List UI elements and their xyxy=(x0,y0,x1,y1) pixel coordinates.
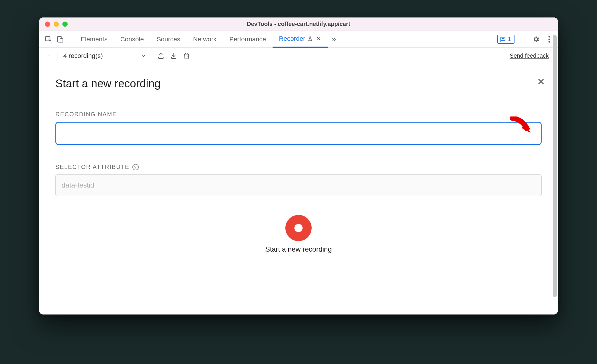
titlebar: DevTools - coffee-cart.netlify.app/cart xyxy=(39,17,558,31)
more-tabs-icon[interactable]: » xyxy=(328,35,340,44)
start-recording-label: Start a new recording xyxy=(265,245,332,253)
tab-label: Performance xyxy=(229,36,266,43)
footer: Start a new recording xyxy=(39,208,558,253)
recording-name-label: RECORDING NAME xyxy=(55,111,542,118)
device-toggle-icon[interactable] xyxy=(54,33,66,45)
svg-point-4 xyxy=(548,36,550,37)
selector-attribute-input[interactable] xyxy=(55,174,542,196)
record-icon xyxy=(294,224,303,232)
chevron-down-icon xyxy=(141,53,146,59)
recordings-dropdown[interactable]: 4 recording(s) xyxy=(60,52,150,60)
messages-badge[interactable]: 1 xyxy=(497,35,515,44)
tab-console[interactable]: Console xyxy=(114,31,150,48)
recorder-toolbar: + 4 recording(s) Send feedback xyxy=(39,48,558,64)
separator xyxy=(524,35,524,44)
tab-label: Console xyxy=(120,36,144,43)
annotation-arrow-icon xyxy=(510,116,533,137)
send-feedback-link[interactable]: Send feedback xyxy=(510,52,549,59)
svg-point-5 xyxy=(548,38,550,40)
close-panel-button[interactable] xyxy=(537,77,545,86)
svg-point-6 xyxy=(548,41,550,43)
tab-network[interactable]: Network xyxy=(187,31,223,48)
message-icon xyxy=(500,36,506,43)
selector-attribute-label: SELECTOR ATTRIBUTE ? xyxy=(55,164,542,170)
new-recording-button[interactable]: + xyxy=(43,50,55,62)
export-icon[interactable] xyxy=(154,50,167,62)
tab-label: Recorder xyxy=(279,35,305,43)
tab-label: Sources xyxy=(157,36,180,43)
new-recording-panel: Start a new recording RECORDING NAME SEL… xyxy=(39,64,558,196)
import-icon[interactable] xyxy=(167,50,180,62)
delete-icon[interactable] xyxy=(180,50,193,62)
tab-recorder[interactable]: Recorder ✕ xyxy=(273,31,328,48)
separator xyxy=(152,51,152,61)
window-title: DevTools - coffee-cart.netlify.app/cart xyxy=(39,21,558,27)
tab-elements[interactable]: Elements xyxy=(74,31,114,48)
panel-heading: Start a new recording xyxy=(55,77,542,90)
tab-label: Elements xyxy=(81,36,108,43)
start-recording-button[interactable] xyxy=(285,215,312,241)
recording-name-input[interactable] xyxy=(55,122,542,145)
inspect-icon[interactable] xyxy=(43,33,54,45)
close-icon xyxy=(537,77,545,86)
separator xyxy=(57,51,57,61)
svg-rect-2 xyxy=(60,38,63,42)
help-icon[interactable]: ? xyxy=(132,164,139,170)
flask-icon xyxy=(308,36,313,41)
separator xyxy=(70,35,70,44)
settings-icon[interactable] xyxy=(528,36,544,43)
tab-sources[interactable]: Sources xyxy=(150,31,187,48)
devtools-window: DevTools - coffee-cart.netlify.app/cart … xyxy=(39,17,558,314)
content-area: Start a new recording RECORDING NAME SEL… xyxy=(39,64,558,314)
dropdown-label: 4 recording(s) xyxy=(63,52,103,60)
messages-count: 1 xyxy=(508,36,511,43)
tabs-bar: Elements Console Sources Network Perform… xyxy=(39,31,558,48)
scrollbar-thumb[interactable] xyxy=(553,35,557,297)
tab-label: Network xyxy=(193,36,217,43)
close-tab-icon[interactable]: ✕ xyxy=(316,35,321,42)
tab-performance[interactable]: Performance xyxy=(223,31,273,48)
